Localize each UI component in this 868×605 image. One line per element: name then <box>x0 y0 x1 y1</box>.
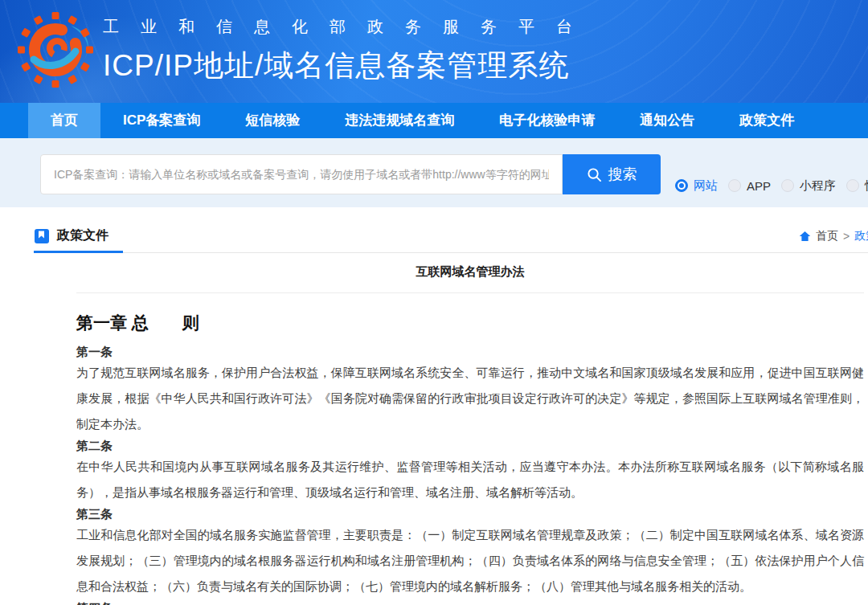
search-button-label: 搜索 <box>608 165 637 184</box>
search-type-group: 网站 APP 小程序 快应用 <box>675 177 868 194</box>
breadcrumb-home[interactable]: 首页 <box>816 229 838 243</box>
radio-quick-app[interactable]: 快应用 <box>846 178 868 194</box>
clause-4: 第四条 各省、自治区、直辖市通信管理局对本行政区域内的域名服务实施监督管理，主要… <box>76 601 864 605</box>
clause-heading: 第三条 <box>76 507 864 521</box>
breadcrumb: 首页 > 政策文件 <box>799 229 868 243</box>
miit-logo-icon[interactable] <box>18 6 98 93</box>
policy-article: 互联网域名管理办法 第一章 总 则 第一条 为了规范互联网域名服务，保护用户合法… <box>76 253 864 605</box>
clause-heading: 第二条 <box>76 439 864 452</box>
clause-1: 第一条 为了规范互联网域名服务，保护用户合法权益，保障互联网域名系统安全、可靠运… <box>76 345 864 437</box>
clause-2: 第二条 在中华人民共和国境内从事互联网域名服务及其运行维护、监督管理等相关活动，… <box>76 439 864 505</box>
article-title: 互联网域名管理办法 <box>76 253 864 293</box>
nav-item-sms-verify[interactable]: 短信核验 <box>223 103 322 138</box>
tab-label: 政策文件 <box>57 227 108 244</box>
clause-body: 为了规范互联网域名服务，保护用户合法权益，保障互联网域名系统安全、可靠运行，推动… <box>76 360 864 437</box>
section-tab-row: 政策文件 首页 > 政策文件 <box>34 221 868 253</box>
search-input[interactable] <box>40 154 563 194</box>
breadcrumb-current: 政策文件 <box>854 229 868 243</box>
radio-dot-icon <box>675 179 688 192</box>
search-section: 搜索 网站 APP 小程序 快应用 <box>0 138 868 207</box>
nav-item-e-verify-apply[interactable]: 电子化核验申请 <box>477 103 617 138</box>
clause-body: 工业和信息化部对全国的域名服务实施监督管理，主要职责是：（一）制定互联网域名管理… <box>76 522 864 599</box>
clause-body: 在中华人民共和国境内从事互联网域名服务及其运行维护、监督管理等相关活动，应当遵守… <box>76 454 864 505</box>
clause-heading: 第一条 <box>76 345 864 358</box>
radio-mini-program[interactable]: 小程序 <box>781 178 836 194</box>
home-icon <box>799 231 811 242</box>
system-title: ICP/IP地址/域名信息备案管理系统 <box>103 46 594 86</box>
nav-item-icp-query[interactable]: ICP备案查询 <box>100 103 223 138</box>
nav-item-policy-files[interactable]: 政策文件 <box>717 103 817 138</box>
breadcrumb-separator: > <box>843 230 850 243</box>
magnifier-icon <box>587 167 602 182</box>
radio-app[interactable]: APP <box>728 179 771 193</box>
site-header: 工业和信息化部政务服务平台 ICP/IP地址/域名信息备案管理系统 <box>0 0 868 103</box>
nav-item-home[interactable]: 首页 <box>28 103 100 138</box>
main-nav: 首页 ICP备案查询 短信核验 违法违规域名查询 电子化核验申请 通知公告 政策… <box>0 103 868 138</box>
radio-dot-icon <box>846 179 859 192</box>
clause-3: 第三条 工业和信息化部对全国的域名服务实施监督管理，主要职责是：（一）制定互联网… <box>76 507 864 599</box>
tab-policy-files[interactable]: 政策文件 <box>34 221 123 253</box>
clause-heading: 第四条 <box>76 601 864 605</box>
book-icon <box>34 228 50 244</box>
radio-dot-icon <box>781 179 794 192</box>
nav-item-notices[interactable]: 通知公告 <box>617 103 717 138</box>
radio-website[interactable]: 网站 <box>675 178 718 194</box>
chapter-heading: 第一章 总 则 <box>76 313 864 333</box>
platform-title: 工业和信息化部政务服务平台 <box>103 16 594 38</box>
search-button[interactable]: 搜索 <box>563 154 661 194</box>
radio-dot-icon <box>728 179 741 192</box>
nav-item-illegal-domain-query[interactable]: 违法违规域名查询 <box>322 103 477 138</box>
